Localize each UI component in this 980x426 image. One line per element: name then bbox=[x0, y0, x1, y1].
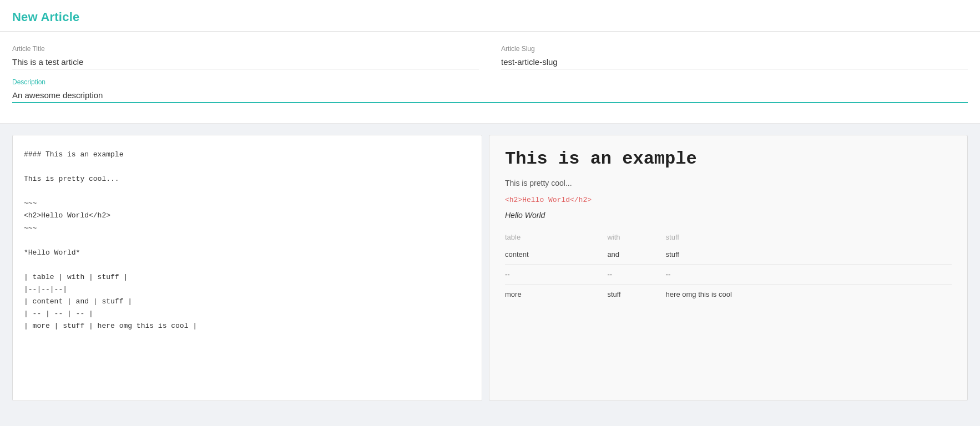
table-cell: -- bbox=[505, 265, 607, 285]
editor-section: #### This is an example This is pretty c… bbox=[0, 124, 980, 412]
table-cell: stuff bbox=[607, 285, 665, 305]
description-field: Description bbox=[12, 78, 968, 103]
table-cell: stuff bbox=[666, 245, 952, 265]
table-cell: -- bbox=[607, 265, 665, 285]
preview-heading: This is an example bbox=[505, 149, 952, 169]
form-row-2: Description bbox=[12, 78, 968, 103]
article-title-label: Article Title bbox=[12, 45, 479, 53]
table-row: morestuffhere omg this is cool bbox=[505, 285, 952, 305]
article-slug-input[interactable] bbox=[501, 55, 968, 69]
article-slug-field: Article Slug bbox=[501, 45, 968, 69]
preview-table-body: contentandstuff------morestuffhere omg t… bbox=[505, 245, 952, 304]
description-label: Description bbox=[12, 78, 968, 86]
preview-pane: This is an example This is pretty cool..… bbox=[489, 135, 968, 401]
table-cell: more bbox=[505, 285, 607, 305]
preview-italic: Hello World bbox=[505, 211, 952, 220]
description-input[interactable] bbox=[12, 88, 968, 103]
article-title-field: Article Title bbox=[12, 45, 479, 69]
article-slug-label: Article Slug bbox=[501, 45, 968, 53]
table-row: ------ bbox=[505, 265, 952, 285]
preview-table-header-col2: with bbox=[607, 230, 665, 245]
preview-paragraph: This is pretty cool... bbox=[505, 177, 952, 189]
preview-table: table with stuff contentandstuff------mo… bbox=[505, 230, 952, 304]
table-cell: -- bbox=[666, 265, 952, 285]
markdown-editor[interactable]: #### This is an example This is pretty c… bbox=[24, 149, 471, 387]
page-title: New Article bbox=[12, 10, 968, 24]
preview-table-header-col3: stuff bbox=[666, 230, 952, 245]
table-row: contentandstuff bbox=[505, 245, 952, 265]
form-section: Article Title Article Slug Description bbox=[0, 32, 980, 124]
editor-pane: #### This is an example This is pretty c… bbox=[12, 135, 482, 401]
table-cell: here omg this is cool bbox=[666, 285, 952, 305]
table-cell: content bbox=[505, 245, 607, 265]
top-bar: New Article bbox=[0, 0, 980, 32]
preview-table-header-row: table with stuff bbox=[505, 230, 952, 245]
preview-code: <h2>Hello World</h2> bbox=[505, 196, 952, 204]
article-title-input[interactable] bbox=[12, 55, 479, 69]
table-cell: and bbox=[607, 245, 665, 265]
preview-table-head: table with stuff bbox=[505, 230, 952, 245]
form-row-1: Article Title Article Slug bbox=[12, 45, 968, 69]
preview-table-header-col1: table bbox=[505, 230, 607, 245]
